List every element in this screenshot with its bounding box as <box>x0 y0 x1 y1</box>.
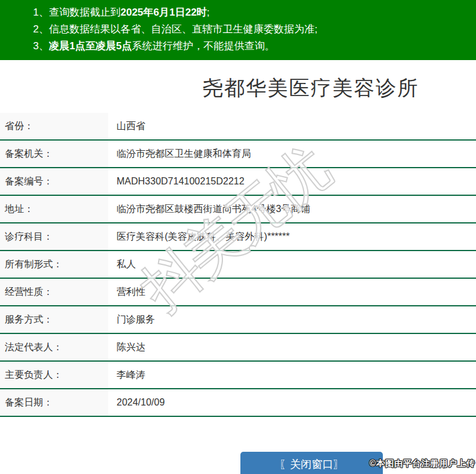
close-window-button[interactable]: 〖关闭窗口〗 <box>240 452 383 474</box>
banner-notices: 1、查询数据截止到2025年6月1日22时; 2、信息数据结果以各省、自治区、直… <box>33 4 470 55</box>
row-value: 李峰涛 <box>108 362 476 388</box>
notice-line: 2、信息数据结果以各省、自治区、直辖市卫生健康委数据为准; <box>33 21 470 38</box>
row-value: 临汾市尧都区鼓楼西街道尚书苑4号楼3号商铺 <box>108 196 476 222</box>
table-row: 诊疗科目： 医疗美容科(美容皮肤科、美容外科)****** <box>0 223 476 251</box>
row-label: 备案日期： <box>0 389 108 416</box>
row-value: MADH330D714100215D2212 <box>108 168 476 195</box>
notice-text: 信息数据结果以各省、自治区、直辖市卫生健康委数据为准; <box>49 23 317 35</box>
notice-text: 系统进行维护，不能提供查询。 <box>132 40 275 52</box>
row-value: 2024/10/09 <box>108 389 476 416</box>
notice-number: 2、 <box>33 23 49 35</box>
notice-bold-text: 2025年6月1日22时 <box>120 7 207 18</box>
table-row: 地址： 临汾市尧都区鼓楼西街道尚书苑4号楼3号商铺 <box>0 196 476 223</box>
row-value: 营利性 <box>108 279 476 305</box>
notice-number: 1、 <box>33 7 49 18</box>
notice-line: 3、凌晨1点至凌晨5点系统进行维护，不能提供查询。 <box>33 38 470 55</box>
row-label: 所有制形式： <box>0 251 108 278</box>
row-value: 临汾市尧都区卫生健康和体育局 <box>108 141 476 167</box>
table-row: 服务方式： 门诊服务 <box>0 306 476 334</box>
table-row: 备案编号： MADH330D714100215D2212 <box>0 168 476 196</box>
row-value: 门诊服务 <box>108 306 476 333</box>
table-row: 备案机关： 临汾市尧都区卫生健康和体育局 <box>0 141 476 168</box>
table-row: 备案日期： 2024/10/09 <box>0 389 476 417</box>
row-label: 省份： <box>0 113 108 139</box>
table-row: 省份： 山西省 <box>0 113 476 141</box>
notice-number: 3、 <box>33 40 49 52</box>
notice-text: 查询数据截止到 <box>49 7 120 18</box>
row-value: 山西省 <box>108 113 476 139</box>
notice-line: 1、查询数据截止到2025年6月1日22时; <box>33 4 470 21</box>
notice-text: ; <box>207 7 210 18</box>
notice-banner: 1、查询数据截止到2025年6月1日22时; 2、信息数据结果以各省、自治区、直… <box>0 0 476 60</box>
row-label: 地址： <box>0 196 108 222</box>
table-row: 所有制形式： 私人 <box>0 251 476 279</box>
row-label: 服务方式： <box>0 306 108 333</box>
row-value: 陈兴达 <box>108 334 476 360</box>
row-label: 诊疗科目： <box>0 223 108 250</box>
page-title: 尧都华美医疗美容诊所 <box>203 74 419 102</box>
row-label: 法定代表人： <box>0 334 108 360</box>
row-label: 主要负责人： <box>0 362 108 388</box>
row-value: 医疗美容科(美容皮肤科、美容外科)****** <box>108 223 476 250</box>
row-label: 备案编号： <box>0 168 108 195</box>
uploader-note: ©本图由平台注册用户上传 <box>370 458 475 469</box>
table-row: 经营性质： 营利性 <box>0 279 476 306</box>
row-label: 备案机关： <box>0 141 108 167</box>
row-label: 经营性质： <box>0 279 108 305</box>
row-value: 私人 <box>108 251 476 278</box>
table-row: 主要负责人： 李峰涛 <box>0 362 476 389</box>
notice-bold-text: 凌晨1点至凌晨5点 <box>49 40 132 52</box>
table-row: 法定代表人： 陈兴达 <box>0 334 476 362</box>
registration-info-table: 省份： 山西省 备案机关： 临汾市尧都区卫生健康和体育局 备案编号： MADH3… <box>0 113 476 417</box>
